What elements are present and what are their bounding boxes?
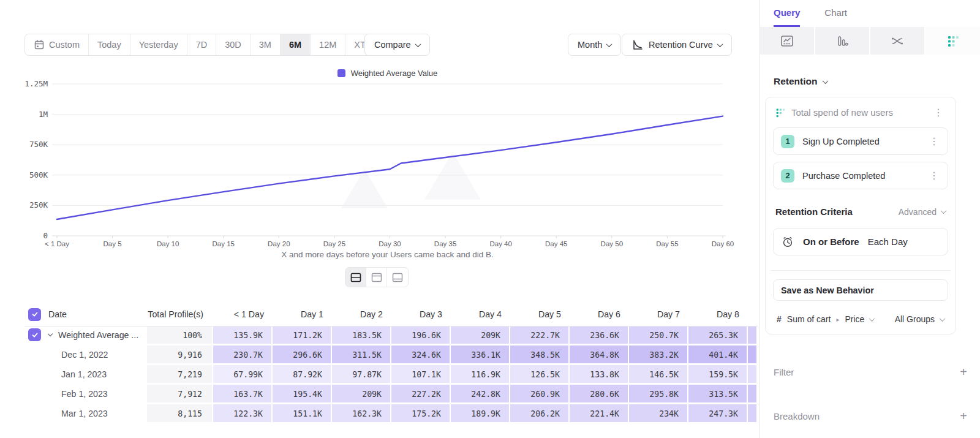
table-row[interactable]: Weighted Average ...100%135.9K171.2K183.… <box>24 326 758 345</box>
retention-value-cell[interactable]: 230.7K <box>213 345 273 365</box>
retention-value-cell[interactable]: 295.8K <box>629 385 688 404</box>
column-header[interactable]: < 1 Day <box>213 303 273 326</box>
retention-value-cell[interactable]: 97.87K <box>332 365 391 385</box>
retention-value-cell[interactable]: 151.1K <box>273 404 332 424</box>
kebab-menu-icon[interactable]: ⋮ <box>927 137 941 146</box>
sidebar-tabs: Query Chart <box>774 7 847 27</box>
retention-value-cell[interactable]: 324.6K <box>391 345 451 365</box>
retention-value-cell[interactable]: 175.2K <box>391 404 451 424</box>
retention-value-cell[interactable]: 336.1K <box>451 345 510 365</box>
column-header[interactable]: Day 7 <box>629 303 688 326</box>
row-checkbox[interactable] <box>28 328 41 341</box>
retention-value-cell[interactable]: 67.99K <box>213 365 273 385</box>
behavior-step-1[interactable]: 1Sign Up Completed⋮ <box>773 127 948 155</box>
retention-value-cell[interactable]: 126.5K <box>510 365 570 385</box>
advanced-dropdown[interactable]: Advanced <box>899 207 946 217</box>
column-header[interactable]: Day 1 <box>273 303 332 326</box>
retention-value-cell[interactable]: 206.2K <box>510 404 570 424</box>
retention-value-cell[interactable]: 189.9K <box>451 404 510 424</box>
retention-value-cell[interactable]: 280.6K <box>570 385 629 404</box>
retention-value-cell[interactable]: 159.5K <box>688 365 748 385</box>
retention-curve-chart[interactable]: 0250K500K750K1M1.25M< 1 DayDay 5Day 10Da… <box>0 0 760 263</box>
retention-value-cell[interactable]: 242.8K <box>451 385 510 404</box>
behavior-step-2[interactable]: 2Purchase Completed⋮ <box>773 162 948 189</box>
view-chart-button[interactable] <box>366 268 387 287</box>
retention-value-cell[interactable]: 222.7K <box>510 326 570 345</box>
column-header[interactable]: Total Profile(s) <box>147 303 213 326</box>
retention-value-cell[interactable]: 234K <box>629 404 688 424</box>
retention-timing-row[interactable]: On or Before Each Day <box>773 228 948 255</box>
column-header[interactable]: Day 4 <box>451 303 510 326</box>
row-label-cell[interactable]: Weighted Average ... <box>24 326 147 345</box>
column-header[interactable]: Day 8 <box>688 303 748 326</box>
column-header[interactable]: Day 2 <box>332 303 391 326</box>
select-all-checkbox[interactable] <box>28 308 41 321</box>
save-as-new-behavior-button[interactable]: Save as New Behavior <box>773 279 948 301</box>
table-row[interactable]: Mar 1, 20238,115122.3K151.1K162.3K175.2K… <box>24 404 758 424</box>
column-header[interactable]: Day 3 <box>391 303 451 326</box>
add-breakdown-icon[interactable]: + <box>960 409 967 423</box>
chevron-down-icon <box>823 78 829 84</box>
view-table-button[interactable] <box>387 268 408 287</box>
chevron-down-icon[interactable] <box>48 331 53 336</box>
retention-value-cell[interactable]: 348.5K <box>510 345 570 365</box>
retention-value-cell[interactable]: 247.3K <box>688 404 748 424</box>
column-header-sliver <box>748 303 758 326</box>
column-header[interactable]: Day 5 <box>510 303 570 326</box>
retention-value-cell[interactable]: 133.8K <box>570 365 629 385</box>
retention-value-cell[interactable]: 221.4K <box>570 404 629 424</box>
retention-value-cell[interactable]: 401.4K <box>688 345 748 365</box>
retention-value-cell[interactable]: 135.9K <box>213 326 273 345</box>
table-row[interactable]: Feb 1, 20237,912163.7K195.4K209K227.2K24… <box>24 385 758 404</box>
retention-value-cell[interactable]: 171.2K <box>273 326 332 345</box>
retention-value-cell[interactable]: 296.6K <box>273 345 332 365</box>
funnels-report-button[interactable] <box>815 27 870 55</box>
retention-value-cell[interactable]: 122.3K <box>213 404 273 424</box>
retention-value-cell[interactable]: 146.5K <box>629 365 688 385</box>
row-label-cell[interactable]: Dec 1, 2022 <box>24 345 147 365</box>
retention-value-cell[interactable]: 162.3K <box>332 404 391 424</box>
step-number-badge: 1 <box>781 135 794 148</box>
retention-value-cell[interactable]: 183.5K <box>332 326 391 345</box>
retention-value-cell[interactable]: 196.6K <box>391 326 451 345</box>
add-filter-icon[interactable]: + <box>960 365 967 379</box>
step-event-label: Purchase Completed <box>802 171 919 181</box>
filter-section[interactable]: Filter + <box>774 365 967 379</box>
table-row[interactable]: Dec 1, 20229,916230.7K296.6K311.5K324.6K… <box>24 345 758 365</box>
kebab-menu-icon[interactable]: ⋮ <box>931 108 946 118</box>
breakdown-label: Breakdown <box>774 411 820 421</box>
column-header[interactable]: Day 6 <box>570 303 629 326</box>
breakdown-section[interactable]: Breakdown + <box>774 409 967 423</box>
retention-value-cell[interactable]: 265.3K <box>688 326 748 345</box>
retention-value-cell[interactable]: 383.2K <box>629 345 688 365</box>
view-split-button[interactable] <box>345 268 366 287</box>
retention-section-header[interactable]: Retention <box>774 76 827 87</box>
retention-value-cell[interactable]: 195.4K <box>273 385 332 404</box>
retention-report-button[interactable] <box>925 27 980 55</box>
retention-value-cell[interactable]: 313.5K <box>688 385 748 404</box>
retention-value-cell[interactable]: 311.5K <box>332 345 391 365</box>
insights-report-button[interactable] <box>760 27 815 55</box>
kebab-menu-icon[interactable]: ⋮ <box>927 171 941 181</box>
retention-value-cell[interactable]: 250.7K <box>629 326 688 345</box>
retention-value-cell[interactable]: 116.9K <box>451 365 510 385</box>
retention-value-cell[interactable]: 364.8K <box>570 345 629 365</box>
table-row[interactable]: Jan 1, 20237,21967.99K87.92K97.87K107.1K… <box>24 365 758 385</box>
retention-value-cell[interactable]: 260.9K <box>510 385 570 404</box>
row-label-cell[interactable]: Feb 1, 2023 <box>24 385 147 404</box>
flows-report-button[interactable] <box>870 27 925 55</box>
measure-row[interactable]: # Sum of cart ▸ Price All Groups <box>773 311 948 324</box>
retention-value-cell[interactable]: 163.7K <box>213 385 273 404</box>
tab-query[interactable]: Query <box>774 7 800 27</box>
retention-value-cell[interactable]: 236.6K <box>570 326 629 345</box>
retention-value-cell[interactable]: 87.92K <box>273 365 332 385</box>
retention-value-cell[interactable]: 209K <box>332 385 391 404</box>
retention-value-cell[interactable]: 209K <box>451 326 510 345</box>
row-label-cell[interactable]: Mar 1, 2023 <box>24 404 147 424</box>
tab-chart[interactable]: Chart <box>824 7 847 27</box>
retention-value-cell-partial <box>748 365 758 385</box>
row-label-cell[interactable]: Jan 1, 2023 <box>24 365 147 385</box>
retention-value-cell[interactable]: 227.2K <box>391 385 451 404</box>
check-icon <box>31 311 39 318</box>
retention-value-cell[interactable]: 107.1K <box>391 365 451 385</box>
